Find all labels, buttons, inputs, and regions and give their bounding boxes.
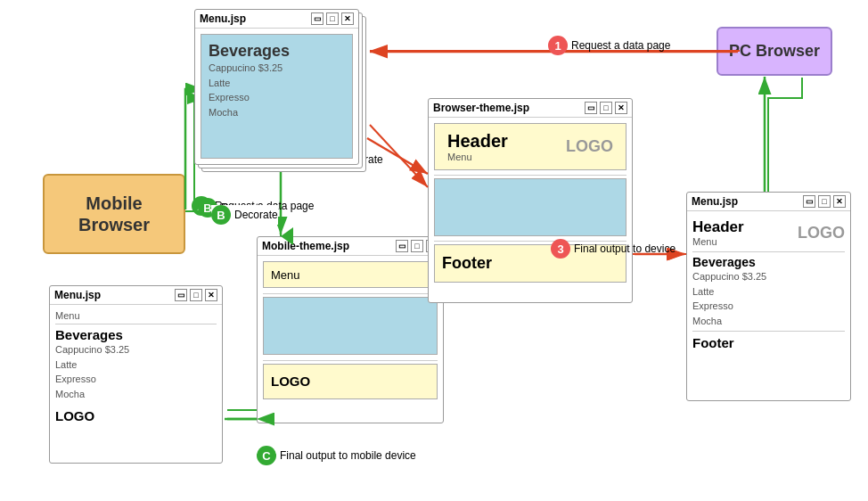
label-c: C Final output to mobile device (257, 446, 416, 465)
beverages-title-bottom: Beverages (55, 327, 217, 342)
win-minimize-r[interactable]: ▭ (803, 195, 815, 208)
menu-jsp-right-body: Header Menu LOGO Beverages Cappucino $3.… (687, 211, 850, 356)
logo-bottom: LOGO (55, 408, 217, 423)
browser-theme-body: Header Menu LOGO Footer (429, 118, 632, 288)
win-maximize-r[interactable]: □ (818, 195, 831, 208)
browser-header-box: Header Menu LOGO (434, 123, 626, 170)
win-minimize-mt[interactable]: ▭ (396, 240, 408, 252)
win-close-bt[interactable]: ✕ (615, 102, 627, 114)
label-1-text: Request a data page (571, 39, 670, 52)
menu-jsp-bottom-body: Menu Beverages Cappucino $3.25 Latte Exp… (50, 305, 222, 429)
menu-jsp-bottom-title: Menu.jsp (54, 289, 101, 301)
browser-content-box (434, 178, 626, 236)
win-minimize[interactable]: ▭ (311, 12, 323, 25)
menu-label-bottom: Menu (55, 310, 217, 321)
mobile-theme-window: Mobile-theme.jsp ▭ □ ✕ Menu LOGO (257, 236, 444, 423)
arrow-pc-up (768, 78, 802, 192)
right-menu-label: Menu (692, 236, 744, 247)
badge-b-fixed: B (211, 205, 231, 225)
beverages-list-top: Cappucino $3.25 Latte Expresso Mocha (209, 61, 345, 119)
browser-menu-label: Menu (447, 152, 508, 162)
window-controls: ▭ □ ✕ (311, 12, 354, 25)
right-beverages-title: Beverages (692, 255, 845, 269)
menu-jsp-bottom-window: Menu.jsp ▭ □ ✕ Menu Beverages Cappucino … (49, 285, 223, 464)
label-b-fixed: B Decorate (211, 205, 278, 225)
win-minimize-bt[interactable]: ▭ (585, 102, 597, 114)
badge-c: C (257, 446, 276, 465)
browser-logo: LOGO (566, 137, 613, 156)
browser-header-title: Header (447, 131, 508, 152)
menu-jsp-top-body: Beverages Cappucino $3.25 Latte Expresso… (201, 34, 353, 159)
mobile-menu-label: Menu (271, 268, 300, 282)
menu-jsp-top-title: Menu.jsp (200, 12, 246, 25)
label-c-text: Final output to mobile device (280, 449, 416, 462)
mobile-logo-label: LOGO (271, 374, 310, 389)
window-controls-bt: ▭ □ ✕ (585, 102, 627, 114)
win-maximize-bt[interactable]: □ (600, 102, 612, 114)
right-beverages-list: Cappucino $3.25 Latte Expresso Mocha (692, 269, 845, 328)
right-footer: Footer (692, 335, 845, 350)
right-logo: LOGO (798, 224, 845, 242)
badge-3: 3 (551, 239, 570, 259)
mobile-theme-titlebar: Mobile-theme.jsp ▭ □ ✕ (258, 237, 443, 256)
badge-1: 1 (548, 36, 568, 55)
right-header-section: Header Menu LOGO (692, 217, 845, 249)
right-header-title: Header (692, 218, 744, 236)
menu-jsp-top-titlebar: Menu.jsp ▭ □ ✕ (195, 10, 358, 29)
menu-jsp-right-titlebar: Menu.jsp ▭ □ ✕ (687, 193, 850, 211)
window-controls-r: ▭ □ ✕ (803, 195, 846, 208)
label-3-text: Final output to device (574, 242, 676, 255)
win-maximize[interactable]: □ (326, 12, 339, 25)
win-close[interactable]: ✕ (341, 12, 354, 25)
win-close-r[interactable]: ✕ (833, 195, 846, 208)
beverages-list-bottom: Cappucino $3.25 Latte Expresso Mocha (55, 342, 217, 401)
mobile-logo-box: LOGO (263, 364, 438, 399)
mobile-browser-label: MobileBrowser (78, 193, 150, 235)
menu-jsp-right-window: Menu.jsp ▭ □ ✕ Header Menu LOGO Beverage… (686, 192, 851, 401)
label-3: 3 Final output to device (551, 239, 676, 259)
win-maximize-b[interactable]: □ (190, 289, 202, 301)
pc-browser-label: PC Browser (729, 42, 820, 61)
menu-jsp-bottom-titlebar: Menu.jsp ▭ □ ✕ (50, 286, 222, 305)
pc-browser-box: PC Browser (717, 27, 832, 76)
menu-jsp-top-window: Menu.jsp ▭ □ ✕ Beverages Cappucino $3.25… (194, 9, 359, 165)
win-minimize-b[interactable]: ▭ (175, 289, 187, 301)
window-controls-b: ▭ □ ✕ (175, 289, 217, 301)
label-b-fixed-text: Decorate (234, 209, 278, 221)
win-close-b[interactable]: ✕ (205, 289, 217, 301)
win-maximize-mt[interactable]: □ (411, 240, 423, 252)
mobile-browser-box: MobileBrowser (43, 174, 185, 254)
browser-theme-window: Browser-theme.jsp ▭ □ ✕ Header Menu LOGO… (428, 98, 633, 303)
browser-theme-title: Browser-theme.jsp (433, 102, 529, 114)
menu-jsp-top-stack: Menu.jsp ▭ □ ✕ Beverages Cappucino $3.25… (194, 9, 359, 165)
browser-theme-titlebar: Browser-theme.jsp ▭ □ ✕ (429, 99, 632, 118)
menu-jsp-right-title: Menu.jsp (692, 195, 738, 208)
browser-header-section: Header Menu LOGO (442, 127, 618, 166)
label-1: 1 Request a data page (548, 36, 670, 55)
mobile-theme-title: Mobile-theme.jsp (262, 240, 349, 252)
mobile-content-box (263, 297, 438, 355)
mobile-theme-body: Menu LOGO (258, 256, 443, 405)
mobile-menu-box: Menu (263, 261, 438, 288)
browser-footer-label: Footer (442, 254, 492, 272)
beverages-title-top: Beverages (209, 42, 345, 61)
